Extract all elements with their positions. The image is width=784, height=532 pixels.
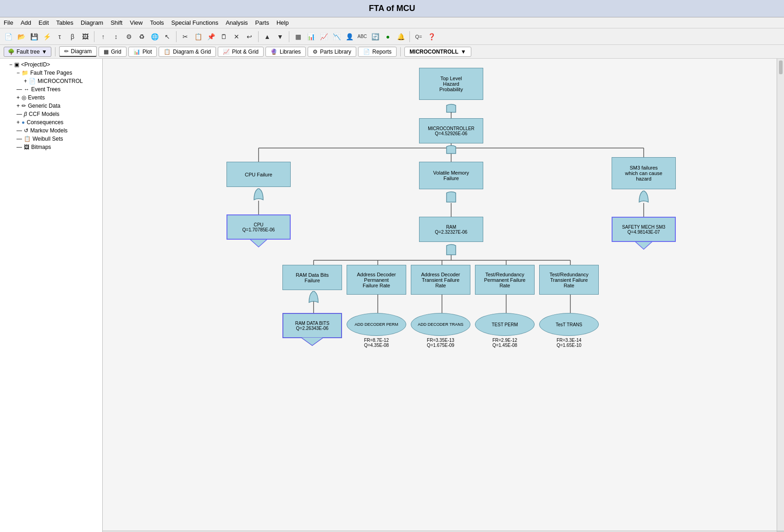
tb-globe[interactable]: 🌐 [149, 31, 160, 42]
node-test-perm[interactable]: TEST PERM FR=2.9E-12Q=1.45E-08 [475, 313, 535, 348]
tab-reports[interactable]: 📄 Reports [358, 47, 397, 57]
menu-add[interactable]: Add [21, 19, 31, 26]
menu-diagram[interactable]: Diagram [81, 19, 103, 26]
svg-marker-22 [249, 239, 268, 247]
libraries-label: Libraries [280, 49, 301, 55]
tb-chart2[interactable]: 📈 [318, 31, 329, 42]
tb-help[interactable]: ❓ [426, 31, 437, 42]
tb-q[interactable]: Q= [413, 31, 424, 42]
node-addr-dec-perm[interactable]: Address DecoderPermanentFailure Rate [347, 265, 406, 295]
tab-grid[interactable]: ▦ Grid [99, 47, 127, 57]
tb-lightning[interactable]: ⚡ [41, 31, 52, 42]
menu-parts[interactable]: Parts [255, 19, 269, 26]
sidebar-item-events[interactable]: + ◎ Events [0, 93, 102, 102]
fault-tree-dropdown[interactable]: 🌳 Fault tree ▼ [4, 47, 51, 57]
tb-tau[interactable]: τ [54, 31, 65, 42]
tab-diagram[interactable]: ✏ Diagram [59, 46, 97, 57]
sidebar-item-projectid[interactable]: − ▣ <ProjectID> [0, 60, 102, 69]
menu-shift[interactable]: Shift [110, 19, 122, 26]
tab-plot-grid[interactable]: 📈 Plot & Grid [218, 47, 264, 57]
tb-delete[interactable]: ✕ [231, 31, 242, 42]
tb-image[interactable]: 🖼 [80, 31, 91, 42]
sidebar-item-consequences[interactable]: + ● Consequences [0, 118, 102, 126]
diagram-area[interactable]: Top LevelHazardProbability MICROCONTROLL… [103, 59, 784, 532]
tb-new[interactable]: 📄 [3, 31, 14, 42]
tb-recycle[interactable]: ♻ [136, 31, 147, 42]
sidebar-item-event-trees[interactable]: — ↔ Event Trees [0, 85, 102, 93]
node-ram[interactable]: RAMQ=2.32327E-06 [419, 217, 483, 242]
tb-refresh[interactable]: 🔄 [370, 31, 381, 42]
tb-bell[interactable]: 🔔 [395, 31, 406, 42]
node-cpu[interactable]: CPUQ=1.70785E-06 [226, 214, 291, 248]
tb-green[interactable]: ● [382, 31, 393, 42]
menu-view[interactable]: View [130, 19, 143, 26]
tb-grid[interactable]: ▦ [293, 31, 304, 42]
node-top-level[interactable]: Top LevelHazardProbability [419, 68, 483, 100]
tb-arrow-plus[interactable]: ↕ [110, 31, 121, 42]
sidebar-item-bitmaps[interactable]: — 🖼 Bitmaps [0, 143, 102, 151]
sidebar-item-ccf-models[interactable]: — β CCF Models [0, 110, 102, 118]
tb-copy2[interactable]: 🗒 [218, 31, 229, 42]
node-add-decoder-perm[interactable]: ADD DECODER PERM FR=8.7E-12Q=4.35E-08 [347, 313, 406, 348]
sep1 [94, 31, 94, 42]
tab-parts-library[interactable]: ⚙ Parts Library [308, 47, 356, 57]
microcontroll-dropdown[interactable]: MICROCONTROLL ▼ [404, 47, 471, 57]
tb-undo[interactable]: ↩ [244, 31, 255, 42]
gate-ram-children [444, 243, 458, 257]
node-test-trans[interactable]: TesT TRANS FR=3.3E-14Q=1.65E-10 [539, 313, 599, 348]
node-add-decoder-trans[interactable]: ADD DECODER TRANS FR=3.35E-13Q=1.675E-09 [411, 313, 470, 348]
sep5 [409, 31, 410, 42]
node-sm3-failures[interactable]: SM3 failureswhich can causehazard [612, 157, 676, 189]
menu-file[interactable]: File [4, 19, 13, 26]
microcontroll-chevron: ▼ [461, 49, 466, 55]
node-test-red-perm[interactable]: Test/RedundancyPermanent FailureRate [475, 265, 535, 295]
node-safety-mech[interactable]: SAFETY MECH SM3Q=4.98143E-07 [612, 217, 676, 250]
menu-special-functions[interactable]: Special Functions [171, 19, 219, 26]
app-title: FTA of MCU [369, 4, 415, 13]
tab-diagram-grid[interactable]: 📋 Diagram & Grid [159, 47, 216, 57]
gate-cpu [252, 188, 265, 202]
menu-help[interactable]: Help [276, 19, 289, 26]
tb-upload[interactable]: ▲ [262, 31, 273, 42]
tb-cut[interactable]: ✂ [180, 31, 191, 42]
tab-plot[interactable]: 📊 Plot [128, 47, 157, 57]
tab-libraries[interactable]: 🔮 Libraries [265, 47, 306, 57]
tb-person[interactable]: 👤 [344, 31, 355, 42]
node-volatile-memory[interactable]: Volatile MemoryFailure [419, 162, 483, 189]
title-bar: FTA of MCU [0, 0, 784, 17]
parts-library-icon: ⚙ [313, 49, 318, 55]
node-test-red-trans[interactable]: Test/RedundancyTransient FailureRate [539, 265, 599, 295]
tb-arrow-up[interactable]: ↑ [98, 31, 109, 42]
sidebar-item-generic-data[interactable]: + ✏ Generic Data [0, 102, 102, 110]
node-addr-dec-trans[interactable]: Address DecoderTransient FailureRate [411, 265, 470, 295]
node-microcontroller[interactable]: MICROCONTROLLERQ=4.52926E-06 [419, 118, 483, 143]
svg-marker-23 [635, 241, 653, 249]
sidebar-item-fault-tree-pages[interactable]: − 📁 Fault Tree Pages [0, 69, 102, 77]
tb-chart3[interactable]: 📉 [331, 31, 342, 42]
menu-tools[interactable]: Tools [150, 19, 164, 26]
tb-cursor[interactable]: ↖ [162, 31, 173, 42]
v-scrollbar[interactable] [777, 59, 784, 531]
sidebar-item-microcontrol[interactable]: + 📄 MICROCONTROL [0, 77, 102, 85]
tb-download[interactable]: ▼ [275, 31, 286, 42]
tb-settings[interactable]: ⚙ [123, 31, 134, 42]
parts-library-label: Parts Library [320, 49, 351, 55]
tb-beta[interactable]: β [67, 31, 78, 42]
node-ram-data-bits[interactable]: RAM Data BitsFailure [282, 265, 342, 290]
tb-open[interactable]: 📂 [16, 31, 27, 42]
v-scroll-thumb[interactable] [779, 60, 783, 74]
tb-copy[interactable]: 📋 [193, 31, 204, 42]
menu-analysis[interactable]: Analysis [226, 19, 248, 26]
tb-paste[interactable]: 📌 [205, 31, 216, 42]
tb-save[interactable]: 💾 [28, 31, 39, 42]
menu-tables[interactable]: Tables [56, 19, 74, 26]
reports-icon: 📄 [363, 49, 370, 55]
node-cpu-failure[interactable]: CPU Failure [226, 162, 291, 187]
sidebar-item-markov-models[interactable]: — ↺ Markov Models [0, 126, 102, 135]
menu-edit[interactable]: Edit [39, 19, 49, 26]
sidebar-item-weibull-sets[interactable]: — 📋 Weibull Sets [0, 135, 102, 143]
node-ram-data-bits-event[interactable]: RAM DATA BITSQ=2.26343E-06 [282, 313, 342, 346]
tb-chart1[interactable]: 📊 [305, 31, 316, 42]
libraries-icon: 🔮 [271, 49, 277, 55]
tb-abc[interactable]: ABC [357, 31, 368, 42]
